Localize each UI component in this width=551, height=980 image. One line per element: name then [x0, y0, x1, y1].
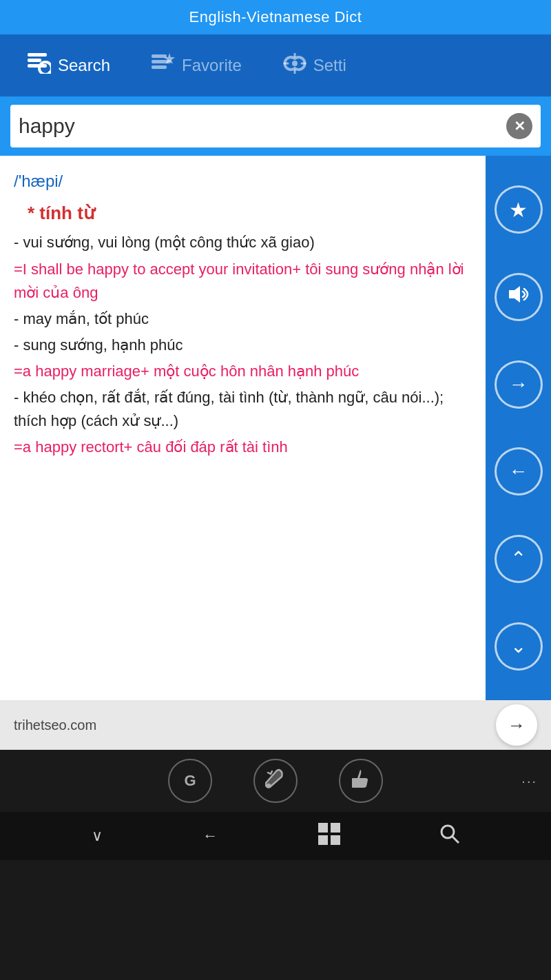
windows-nav-bar: ∨ ← — [0, 812, 551, 860]
chevron-up-icon: ⌃ — [510, 549, 526, 569]
favorite-nav-icon — [152, 53, 175, 79]
search-system-icon — [440, 830, 459, 847]
clear-icon: ✕ — [514, 118, 526, 134]
wrench-icon — [265, 768, 286, 794]
google-button[interactable]: G — [168, 759, 212, 803]
svg-rect-20 — [331, 835, 340, 845]
more-options[interactable]: ··· — [521, 773, 537, 789]
search-tab-label: Search — [58, 56, 110, 75]
part-of-speech: * tính từ — [14, 199, 472, 227]
svg-line-4 — [50, 72, 51, 74]
back-icon: ← — [202, 827, 218, 844]
system-bar: G ··· — [0, 750, 551, 812]
scroll-up-button[interactable]: ⌃ — [495, 535, 543, 583]
chevron-icon: ∨ — [92, 827, 103, 844]
svg-point-15 — [267, 784, 270, 787]
svg-rect-16 — [352, 778, 356, 788]
definition-4: - khéo chọn, rất đắt, rất đúng, tài tình… — [14, 386, 472, 433]
arrow-left-icon: ← — [509, 460, 528, 482]
clear-button[interactable]: ✕ — [506, 113, 532, 139]
dictionary-content: /'hæpi/ * tính từ - vui sướng, vui lòng … — [0, 156, 486, 700]
example-1: =I shall be happy to accept your invitat… — [14, 258, 472, 305]
svg-rect-7 — [152, 65, 167, 69]
windows-icon — [318, 831, 340, 848]
scroll-down-button[interactable]: ⌄ — [495, 622, 543, 671]
settings-nav-icon — [283, 53, 306, 79]
tab-settings[interactable]: Setti — [262, 34, 367, 96]
example-2: =a happy marriage+ một cuộc hôn nhân hạn… — [14, 360, 472, 383]
title-bar: English-Vietnamese Dict — [0, 0, 551, 34]
svg-point-9 — [292, 61, 298, 66]
definition-2: - may mắn, tốt phúc — [14, 307, 472, 331]
tab-favorite[interactable]: Favorite — [131, 34, 262, 96]
search-input-wrapper: ✕ — [10, 105, 541, 147]
definition-1: - vui sướng, vui lòng (một công thức xã … — [14, 231, 472, 254]
like-button[interactable] — [339, 759, 383, 803]
favorite-tab-label: Favorite — [182, 56, 242, 75]
settings-tab-label: Setti — [313, 56, 346, 75]
favorite-button[interactable]: ★ — [495, 185, 543, 234]
tab-search[interactable]: Search — [7, 34, 131, 96]
nav-tabs: Search Favorite Setti — [0, 34, 551, 96]
go-arrow-icon: → — [508, 715, 526, 736]
svg-rect-2 — [28, 64, 47, 68]
svg-marker-14 — [509, 286, 520, 303]
chevron-down-nav[interactable]: ∨ — [92, 827, 103, 845]
pronounce-button[interactable] — [495, 273, 543, 321]
home-button[interactable] — [318, 823, 340, 849]
url-bar: trihetseo.com → — [0, 700, 551, 750]
svg-rect-1 — [28, 59, 41, 62]
url-text: trihetseo.com — [14, 717, 488, 733]
google-icon: G — [184, 772, 196, 790]
search-nav-icon — [28, 53, 51, 79]
app-title: English-Vietnamese Dict — [189, 8, 362, 25]
svg-point-21 — [441, 826, 454, 838]
back-button[interactable]: ← — [202, 827, 218, 845]
svg-rect-0 — [28, 53, 47, 57]
definition-3: - sung sướng, hạnh phúc — [14, 334, 472, 357]
chevron-down-icon: ⌄ — [510, 637, 526, 656]
star-icon: ★ — [509, 198, 528, 222]
example-3: =a happy rectort+ câu đối đáp rất tài tì… — [14, 436, 472, 459]
speaker-icon — [508, 285, 530, 309]
search-input[interactable] — [19, 114, 506, 138]
tools-button[interactable] — [253, 759, 298, 803]
main-content: /'hæpi/ * tính từ - vui sướng, vui lòng … — [0, 156, 551, 700]
search-system-button[interactable] — [440, 824, 459, 848]
side-buttons: ★ → ← ⌃ ⌄ — [486, 156, 551, 700]
next-word-button[interactable]: → — [495, 360, 543, 409]
svg-rect-19 — [318, 835, 328, 845]
arrow-right-icon: → — [509, 374, 528, 396]
thumbs-up-icon — [351, 768, 371, 794]
go-button[interactable]: → — [496, 704, 537, 746]
svg-rect-17 — [318, 823, 328, 833]
svg-line-22 — [453, 837, 459, 843]
phonetic: /'hæpi/ — [14, 168, 472, 194]
search-area: ✕ — [0, 96, 551, 156]
prev-word-button[interactable]: ← — [495, 447, 543, 496]
svg-rect-18 — [331, 823, 340, 833]
